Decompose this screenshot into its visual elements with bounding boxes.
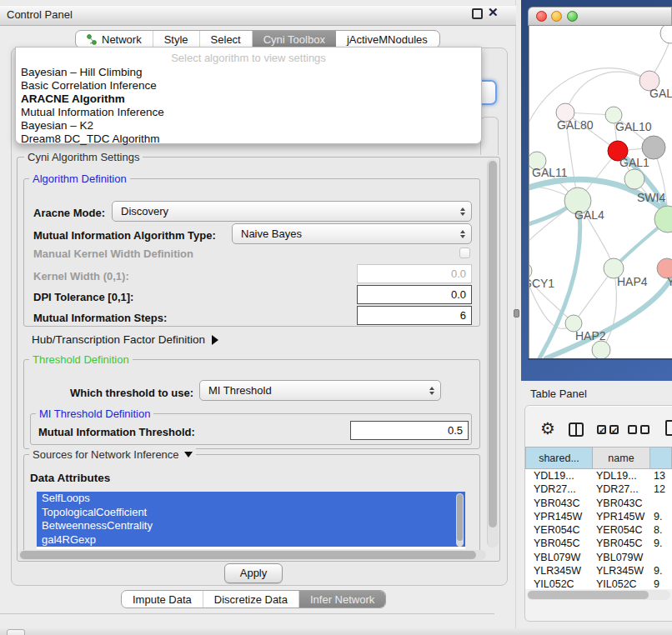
table-cell — [650, 551, 672, 564]
dropdown-item[interactable]: Bayesian – Hill Climbing — [19, 66, 478, 79]
minimize-traffic-light[interactable] — [551, 11, 562, 22]
dropdown-item[interactable]: Mutual Information Inference — [19, 106, 478, 119]
network-canvas[interactable]: GALGAL80GAL10GAL1GAL11SWI4GAL4GCY1HAP4YH… — [529, 26, 672, 358]
tab-style[interactable]: Style — [153, 31, 200, 48]
mi-threshold-label: Mutual Information Threshold: — [38, 426, 195, 438]
checked-box-icon[interactable]: ✓ — [597, 425, 606, 434]
bottom-tab-infer-network[interactable]: Infer Network — [299, 591, 385, 608]
column-header[interactable] — [650, 447, 672, 469]
bottom-tab-impute-data[interactable]: Impute Data — [122, 591, 203, 608]
table-row[interactable]: YPR145WYPR145W9. — [525, 510, 672, 523]
table-cell: YBL079W — [593, 551, 650, 564]
panel-divider-grip[interactable] — [514, 309, 519, 318]
mi-algorithm-type-select[interactable]: Naive Bayes — [232, 223, 472, 244]
manual-kernel-width-checkbox[interactable] — [459, 248, 470, 258]
threshold-definition-title: Threshold Definition — [29, 353, 133, 366]
table-row[interactable]: YBR043CYBR043C — [525, 497, 672, 510]
attribute-item[interactable]: gal4RGexp — [37, 533, 465, 548]
tab-select[interactable]: Select — [200, 31, 253, 48]
algorithm-dropdown: Select algorithm to view settings Bayesi… — [15, 47, 482, 144]
settings-hscrollbar-thumb[interactable] — [20, 551, 476, 559]
data-attributes-label: Data Attributes — [30, 472, 110, 484]
table-row[interactable]: YBL079WYBL079W — [525, 551, 672, 564]
settings-vscrollbar-thumb[interactable] — [489, 161, 497, 528]
node-label: Y — [667, 275, 672, 288]
minimized-window-icon[interactable] — [7, 629, 25, 635]
aracne-mode-value: Discovery — [113, 205, 454, 218]
node-label: GAL11 — [532, 166, 568, 179]
float-window-icon[interactable] — [472, 8, 483, 19]
control-panel-title: Control Panel — [7, 8, 73, 21]
table-row[interactable]: YLR345WYLR345W9. — [525, 564, 672, 578]
table-cell: 9 — [650, 578, 672, 589]
zoom-traffic-light[interactable] — [567, 11, 578, 22]
cyni-algorithm-settings-title: Cyni Algorithm Settings — [24, 151, 143, 163]
document-icon[interactable] — [665, 420, 672, 436]
table-panel-title: Table Panel — [530, 388, 587, 400]
network-window-titlebar[interactable] — [528, 7, 672, 26]
attribute-item[interactable]: TopologicalCoefficient — [37, 506, 465, 520]
panel-divider-line — [0, 613, 494, 614]
tab-label: Select — [211, 33, 241, 46]
table-cell: YBR045C — [593, 537, 650, 550]
tab-network[interactable]: Network — [76, 31, 153, 48]
table-cell: YDR27... — [593, 482, 650, 496]
table-row[interactable]: YER054CYER054C8. — [525, 523, 672, 537]
table-cell: YER054C — [525, 523, 593, 537]
which-threshold-select[interactable]: MI Threshold — [199, 380, 441, 401]
mi-threshold-field[interactable]: 0.5 — [350, 421, 469, 440]
hub-tf-definition-toggle[interactable]: Hub/Transcription Factor Definition — [32, 333, 218, 346]
table-row[interactable]: YDR27...YDR27...12 — [525, 482, 672, 496]
tab-jactivemnodules[interactable]: jActiveMNodules — [336, 31, 439, 48]
table-cell: 9. — [650, 537, 672, 550]
table-row[interactable]: YIL052CYIL052C9 — [525, 578, 672, 589]
table-row[interactable]: YBR045CYBR045C9. — [525, 537, 672, 550]
tab-label: Network — [102, 33, 142, 46]
chevron-updown-icon — [454, 202, 471, 221]
attribute-item[interactable]: SelfLoops — [37, 492, 465, 506]
bottom-tab-discretize-data[interactable]: Discretize Data — [203, 591, 299, 608]
table-cell: YBL079W — [525, 551, 593, 564]
table-cell: 9. — [650, 564, 672, 578]
mi-steps-field[interactable]: 6 — [357, 306, 472, 325]
close-icon[interactable]: ✕ — [488, 5, 499, 20]
unchecked-box-icon[interactable] — [628, 425, 637, 434]
dropdown-item[interactable]: ARACNE Algorithm — [19, 92, 478, 106]
network-edge[interactable] — [565, 72, 649, 112]
network-node[interactable] — [660, 26, 672, 43]
tab-cyni-toolbox[interactable]: Cyni Toolbox — [253, 31, 336, 48]
mi-threshold-definition-title: MI Threshold Definition — [36, 408, 153, 420]
network-node[interactable] — [624, 169, 644, 189]
tab-label: jActiveMNodules — [347, 33, 428, 46]
unchecked-box-icon[interactable] — [640, 425, 649, 434]
network-graph: GALGAL80GAL10GAL1GAL11SWI4GAL4GCY1HAP4YH… — [529, 26, 672, 358]
table-row[interactable]: YDL19...YDL19...13 — [525, 469, 672, 482]
attributes-scrollbar-thumb[interactable] — [457, 494, 463, 541]
attribute-item[interactable]: BetweennessCentrality — [37, 519, 465, 533]
sources-title-toggle[interactable]: Sources for Network Inference — [29, 448, 196, 461]
dropdown-items: Bayesian – Hill ClimbingBasic Correlatio… — [19, 66, 478, 146]
aracne-mode-select[interactable]: Discovery — [112, 201, 472, 222]
dropdown-item[interactable]: Dream8 DC_TDC Algorithm — [19, 132, 478, 146]
table-cell: YDL19... — [593, 469, 650, 482]
gear-icon[interactable]: ⚙ — [540, 420, 555, 437]
table-hscrollbar-thumb[interactable] — [528, 591, 649, 599]
dpi-tolerance-field[interactable]: 0.0 — [357, 285, 472, 304]
column-header[interactable]: shared... — [525, 447, 593, 469]
split-view-icon[interactable] — [569, 422, 584, 437]
tab-label: Infer Network — [310, 593, 374, 606]
dropdown-item[interactable]: Basic Correlation Inference — [19, 79, 478, 92]
checked-box-icon[interactable]: ✓ — [609, 425, 619, 434]
tab-label: Impute Data — [133, 593, 192, 606]
table-cell: YBR045C — [525, 537, 593, 550]
column-header[interactable]: name — [593, 447, 650, 469]
kernel-width-field[interactable]: 0.0 — [357, 264, 472, 283]
table-cell: YLR345W — [525, 564, 593, 578]
close-traffic-light[interactable] — [536, 11, 547, 22]
network-node[interactable] — [592, 341, 610, 358]
dropdown-item[interactable]: Bayesian – K2 — [19, 119, 478, 132]
apply-button[interactable]: Apply — [224, 563, 283, 583]
data-attributes-list: SelfLoopsTopologicalCoefficientBetweenne… — [37, 492, 465, 549]
table-cell: YER054C — [593, 523, 650, 537]
table-cell — [650, 497, 672, 510]
